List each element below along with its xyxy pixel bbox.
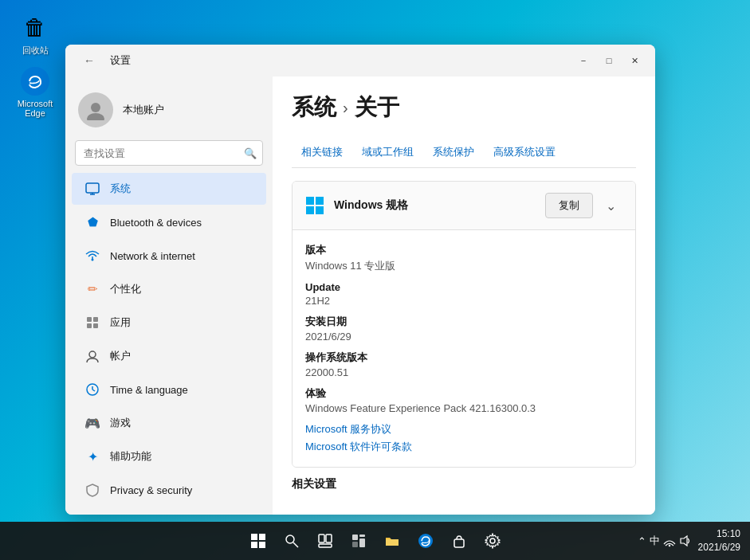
system-icon bbox=[84, 181, 100, 197]
svg-rect-7 bbox=[87, 317, 92, 322]
recycle-bin-icon[interactable]: 🗑 回收站 bbox=[10, 10, 61, 60]
copy-button[interactable]: 复制 bbox=[545, 193, 593, 218]
accounts-icon bbox=[84, 348, 100, 364]
sidebar-item-time[interactable]: Time & language bbox=[72, 374, 266, 405]
sidebar-item-personalization-label: 个性化 bbox=[110, 282, 141, 296]
sidebar-item-accounts[interactable]: 帐户 bbox=[72, 340, 266, 372]
svg-rect-20 bbox=[259, 534, 265, 540]
back-button[interactable]: ← bbox=[78, 49, 100, 72]
window-title: 设置 bbox=[110, 53, 131, 68]
edge-icon[interactable]: Microsoft Edge bbox=[10, 64, 61, 121]
network-tray-icon bbox=[663, 535, 676, 547]
related-settings-label: 相关设置 bbox=[292, 468, 636, 495]
spec-row-experience: 体验 Windows Feature Experience Pack 421.1… bbox=[305, 386, 622, 414]
svg-rect-17 bbox=[306, 206, 314, 214]
spec-label-install-date: 安装日期 bbox=[305, 315, 622, 329]
svg-marker-36 bbox=[681, 536, 687, 546]
svg-rect-22 bbox=[259, 542, 265, 548]
accessibility-icon: ✦ bbox=[84, 448, 100, 464]
taskbar: ⌃ 中 15:10 2021/6/29 bbox=[0, 522, 750, 560]
explorer-button[interactable] bbox=[378, 527, 406, 555]
svg-rect-18 bbox=[316, 206, 324, 214]
svg-rect-16 bbox=[316, 197, 324, 205]
taskview-button[interactable] bbox=[311, 527, 340, 555]
svg-point-2 bbox=[87, 113, 104, 120]
close-button[interactable]: ✕ bbox=[623, 49, 646, 72]
sidebar-item-time-label: Time & language bbox=[110, 384, 188, 396]
svg-rect-25 bbox=[319, 535, 324, 542]
tray-language: 中 bbox=[650, 534, 660, 548]
tab-domain[interactable]: 域或工作组 bbox=[352, 139, 423, 167]
spec-row-edition: 版本 Windows 11 专业版 bbox=[305, 243, 622, 273]
breadcrumb-arrow: › bbox=[343, 99, 348, 117]
sidebar-item-gaming-label: 游戏 bbox=[110, 416, 131, 430]
tab-bar: 相关链接 域或工作组 系统保护 高级系统设置 bbox=[292, 139, 636, 168]
svg-rect-26 bbox=[326, 535, 332, 542]
tab-protection[interactable]: 系统保护 bbox=[423, 139, 484, 167]
widgets-button[interactable] bbox=[344, 527, 373, 555]
maximize-button[interactable]: □ bbox=[598, 49, 620, 72]
spec-value-edition: Windows 11 专业版 bbox=[305, 259, 622, 273]
sidebar-item-system[interactable]: 系统 bbox=[72, 173, 266, 205]
spec-body: 版本 Windows 11 专业版 Update 21H2 安装日期 2021/… bbox=[293, 230, 635, 467]
title-bar: ← 设置 − □ ✕ bbox=[65, 45, 655, 76]
spec-header: Windows 规格 复制 ⌄ bbox=[293, 182, 635, 230]
sidebar-item-apps[interactable]: 应用 bbox=[72, 307, 266, 339]
svg-point-1 bbox=[91, 103, 100, 112]
edge-taskbar-button[interactable] bbox=[411, 527, 440, 555]
svg-rect-3 bbox=[86, 183, 99, 193]
user-name: 本地账户 bbox=[123, 103, 164, 117]
spec-row-os-version: 操作系统版本 22000.51 bbox=[305, 350, 622, 378]
tray-chevron[interactable]: ⌃ bbox=[638, 535, 646, 547]
avatar bbox=[78, 92, 113, 127]
apps-icon bbox=[84, 315, 100, 331]
network-icon bbox=[84, 248, 100, 264]
service-agreement-link[interactable]: Microsoft 服务协议 bbox=[305, 422, 622, 437]
start-button[interactable] bbox=[244, 527, 273, 555]
search-taskbar-button[interactable] bbox=[277, 527, 306, 555]
sidebar-item-gaming[interactable]: 🎮 游戏 bbox=[72, 407, 266, 439]
spec-row-update: Update 21H2 bbox=[305, 281, 622, 307]
spec-label-update: Update bbox=[305, 281, 622, 293]
sidebar-item-accessibility[interactable]: ✦ 辅助功能 bbox=[72, 441, 266, 472]
svg-rect-31 bbox=[359, 538, 365, 547]
svg-rect-28 bbox=[352, 535, 358, 540]
window-controls: − □ ✕ bbox=[572, 49, 646, 72]
tab-advanced[interactable]: 高级系统设置 bbox=[484, 139, 565, 167]
sidebar-item-update[interactable]: Windows Update bbox=[72, 507, 266, 515]
svg-point-11 bbox=[89, 351, 96, 358]
license-terms-link[interactable]: Microsoft 软件许可条款 bbox=[305, 440, 622, 454]
search-box: 🔍 bbox=[75, 140, 263, 166]
spec-header-left: Windows 规格 bbox=[305, 196, 408, 215]
user-section[interactable]: 本地账户 bbox=[65, 83, 273, 140]
svg-rect-30 bbox=[352, 542, 358, 547]
volume-icon bbox=[679, 535, 692, 547]
svg-rect-15 bbox=[306, 197, 314, 205]
windows-spec-section: Windows 规格 复制 ⌄ 版本 Windows 11 专业版 Update… bbox=[292, 181, 636, 468]
settings-taskbar-button[interactable] bbox=[478, 527, 507, 555]
svg-rect-29 bbox=[359, 535, 365, 537]
tab-related-links[interactable]: 相关链接 bbox=[292, 139, 352, 167]
sidebar-item-personalization[interactable]: ✏ 个性化 bbox=[72, 273, 266, 305]
privacy-icon bbox=[84, 482, 100, 498]
store-button[interactable] bbox=[445, 527, 473, 555]
minimize-button[interactable]: − bbox=[572, 49, 595, 72]
sidebar-item-apps-label: 应用 bbox=[110, 315, 131, 330]
collapse-button[interactable]: ⌄ bbox=[599, 195, 622, 217]
time-icon bbox=[84, 382, 100, 397]
settings-window: ← 设置 − □ ✕ 本地账户 🔍 bbox=[65, 45, 655, 515]
page-header: 系统 › 关于 bbox=[292, 92, 636, 123]
spec-value-install-date: 2021/6/29 bbox=[305, 331, 622, 343]
search-input[interactable] bbox=[75, 140, 263, 166]
sidebar-item-bluetooth[interactable]: ⬟ Bluetooth & devices bbox=[72, 206, 266, 238]
sidebar-item-accounts-label: 帐户 bbox=[110, 349, 131, 363]
main-content: 系统 › 关于 相关链接 域或工作组 系统保护 高级系统设置 bbox=[273, 76, 655, 515]
spec-label-os-version: 操作系统版本 bbox=[305, 350, 622, 365]
sidebar-item-network[interactable]: Network & internet bbox=[72, 240, 266, 272]
taskbar-right: ⌃ 中 15:10 2021/6/29 bbox=[638, 527, 740, 554]
sidebar-item-privacy[interactable]: Privacy & security bbox=[72, 474, 266, 506]
spec-row-install-date: 安装日期 2021/6/29 bbox=[305, 315, 622, 343]
sidebar-item-bluetooth-label: Bluetooth & devices bbox=[110, 217, 202, 229]
svg-point-34 bbox=[490, 538, 495, 543]
edge-label: Microsoft Edge bbox=[13, 99, 57, 118]
